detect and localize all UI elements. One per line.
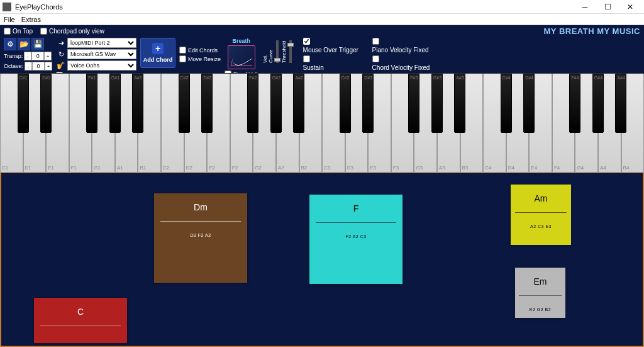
edit-chords-checkbox[interactable]: Edit Chords <box>179 47 221 54</box>
black-key-A#4[interactable]: A#4 <box>615 74 626 133</box>
add-chord-button[interactable]: + Add Chord <box>140 38 175 68</box>
toolbar: ⚙ 📂 💾 Transp: -+ Octave: -+ ➜ loopMIDI P… <box>0 37 644 73</box>
black-key-G#4[interactable]: G#4 <box>592 74 604 133</box>
chord-vel-fixed-checkbox[interactable]: Chord Velocity Fixed <box>372 55 430 71</box>
midi-port-select[interactable]: loopMIDI Port 2 <box>67 38 136 48</box>
app-icon <box>3 3 11 11</box>
minimize-button[interactable]: ─ <box>574 1 596 13</box>
black-key-C#3[interactable]: C#3 <box>340 74 351 133</box>
black-key-A#1[interactable]: A#1 <box>132 74 143 133</box>
transpose-label: Transp: <box>4 53 23 59</box>
piano-keyboard: C1D1E1F1G1A1B1C2D2E2F2G2A2B2C3D3E3F3G3A3… <box>0 73 644 173</box>
black-key-D#3[interactable]: D#3 <box>362 74 374 133</box>
chord-pad-F[interactable]: FF2 A2 C3 <box>309 195 402 284</box>
move-resize-checkbox[interactable]: Move Resize <box>179 55 221 62</box>
menubar: File Extras <box>0 14 644 25</box>
plus-icon: + <box>152 43 164 54</box>
black-key-D#2[interactable]: D#2 <box>201 74 213 133</box>
instrument-icon: 🎷 <box>56 60 66 71</box>
chordpad-only-checkbox[interactable]: Chordpad only view <box>40 28 104 35</box>
breath-curve-display[interactable] <box>228 45 255 69</box>
menu-file[interactable]: File <box>4 16 15 23</box>
sustain-checkbox[interactable]: Sustain <box>303 55 361 71</box>
black-key-A#2[interactable]: A#2 <box>293 74 304 133</box>
threshold-slider[interactable] <box>289 40 292 63</box>
transpose-stepper[interactable]: -+ <box>24 52 52 60</box>
instrument-select[interactable]: Voice Oohs <box>67 60 136 71</box>
black-key-A#3[interactable]: A#3 <box>454 74 465 133</box>
black-key-D#1[interactable]: D#1 <box>40 74 52 133</box>
octave-stepper[interactable]: -+ <box>25 62 52 71</box>
threshold-label: Threshold <box>281 42 287 63</box>
top-options-row: On Top Chordpad only view MY BREATH MY M… <box>0 25 644 37</box>
on-top-checkbox[interactable]: On Top <box>4 28 33 35</box>
mouse-over-trigger-checkbox[interactable]: Mouse Over Trigger <box>303 38 361 54</box>
chord-pad-Am[interactable]: AmA2 C3 E3 <box>511 185 571 245</box>
vel-curve-slider[interactable] <box>276 40 279 63</box>
black-key-F#2[interactable]: F#2 <box>247 74 258 133</box>
piano-vel-fixed-checkbox[interactable]: Piano Velocity Fixed <box>372 38 430 54</box>
black-key-D#4[interactable]: D#4 <box>523 74 535 133</box>
settings-icon[interactable]: ⚙ <box>4 38 16 50</box>
synth-icon: ↻ <box>56 49 66 59</box>
close-button[interactable]: ✕ <box>619 1 641 13</box>
save-icon[interactable]: 💾 <box>31 38 44 50</box>
menu-extras[interactable]: Extras <box>21 16 41 23</box>
black-key-F#4[interactable]: F#4 <box>569 74 580 133</box>
window-title: EyePlayChords <box>15 3 63 11</box>
black-key-C#2[interactable]: C#2 <box>179 74 190 133</box>
black-key-G#2[interactable]: G#2 <box>270 74 282 133</box>
midi-icon: ➜ <box>56 38 66 48</box>
black-key-F#3[interactable]: F#3 <box>408 74 419 133</box>
titlebar: EyePlayChords ─ ☐ ✕ <box>0 0 644 14</box>
chord-pad-Em[interactable]: EmE2 G2 B2 <box>515 268 565 318</box>
black-key-F#1[interactable]: F#1 <box>86 74 97 133</box>
maximize-button[interactable]: ☐ <box>596 1 619 13</box>
breath-label: Breath <box>233 38 251 44</box>
vel-curve-label: Vel. Curve <box>262 42 274 63</box>
synth-select[interactable]: Microsoft GS Wav <box>67 49 136 59</box>
chord-pad-Dm[interactable]: DmD2 F2 A2 <box>154 193 247 283</box>
black-key-G#1[interactable]: G#1 <box>109 74 121 133</box>
black-key-C#1[interactable]: C#1 <box>18 74 29 133</box>
chord-pad-C[interactable]: C <box>34 298 127 343</box>
octave-label: Octave: <box>4 63 23 69</box>
black-key-G#3[interactable]: G#3 <box>431 74 443 133</box>
open-icon[interactable]: 📂 <box>18 38 30 50</box>
chord-pad-area[interactable]: DmD2 F2 A2FF2 A2 C3AmA2 C3 E3EmE2 G2 B2C <box>0 173 644 347</box>
black-key-C#4[interactable]: C#4 <box>501 74 512 133</box>
brand-label: MY BREATH MY MUSIC <box>544 26 640 36</box>
